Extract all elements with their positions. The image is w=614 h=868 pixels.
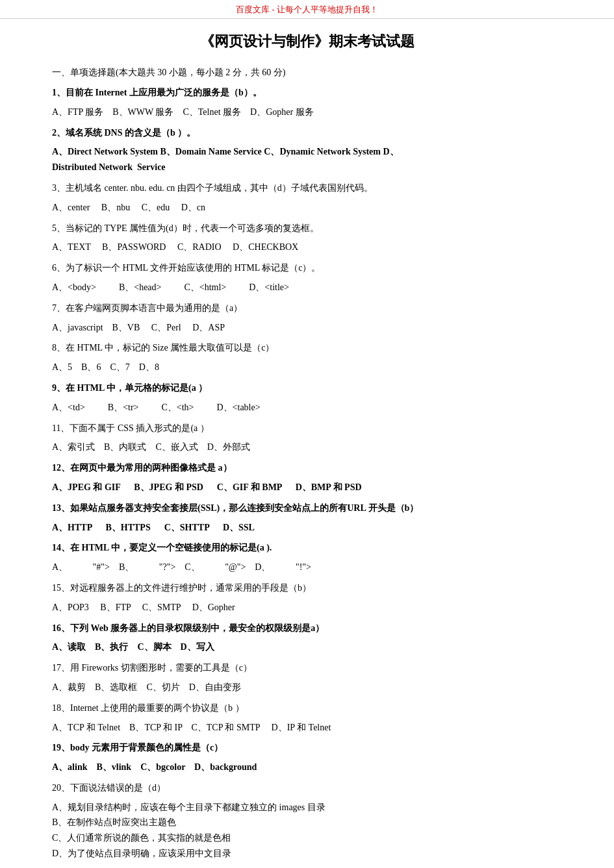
options-1: A、FTP 服务 B、WWW 服务 C、Telnet 服务 D、Gopher 服…	[52, 105, 562, 120]
question-3: 3、主机域名 center. nbu. edu. cn 由四个子域组成，其中（d…	[52, 180, 562, 196]
page-title: 《网页设计与制作》期末考试试题	[52, 32, 562, 51]
options-3: A、center B、nbu C、edu D、cn	[52, 200, 562, 216]
options-18: A、TCP 和 Telnet B、TCP 和 IP C、TCP 和 SMTP D…	[52, 720, 562, 736]
question-18: 18、Internet 上使用的最重要的两个协议是（b ）	[52, 701, 562, 716]
question-6: 6、为了标识一个 HTML 文件开始应该使用的 HTML 标记是（c）。	[52, 260, 562, 276]
options-15: A、POP3 B、FTP C、SMTP D、Gopher	[52, 600, 562, 615]
options-6: A、<body> B、<head> C、<html> D、<title>	[52, 280, 562, 295]
question-7: 7、在客户端网页脚本语言中最为通用的是（a）	[52, 301, 562, 316]
question-12: 12、在网页中最为常用的两种图像格式是 a）	[52, 460, 562, 476]
options-16: A、读取 B、执行 C、脚本 D、写入	[52, 639, 562, 655]
question-2: 2、域名系统 DNS 的含义是（b ）。	[52, 125, 562, 141]
section-header: 一、单项选择题(本大题共 30 小题，每小题 2 分，共 60 分)	[52, 67, 562, 79]
question-19: 19、body 元素用于背景颜色的属性是（c）	[52, 740, 562, 756]
question-8: 8、在 HTML 中，标记的 Size 属性最大取值可以是（c）	[52, 340, 562, 356]
options-5: A、TEXT B、PASSWORD C、RADIO D、CHECKBOX	[52, 240, 562, 255]
options-9: A、<td> B、<tr> C、<th> D、<table>	[52, 400, 562, 415]
options-20: A、规划目录结构时，应该在每个主目录下都建立独立的 images 目录 B、在制…	[52, 800, 562, 862]
options-12: A、JPEG 和 GIF B、JPEG 和 PSD C、GIF 和 BMP D、…	[52, 480, 562, 495]
question-14: 14、在 HTML 中，要定义一个空链接使用的标记是(a ).	[52, 540, 562, 556]
top-banner: 百度文库 - 让每个人平等地提升自我！	[0, 0, 614, 19]
question-5: 5、当标记的 TYPE 属性值为(d）时，代表一个可选多项的复选框。	[52, 221, 562, 236]
options-11: A、索引式 B、内联式 C、嵌入式 D、外部式	[52, 440, 562, 455]
question-15: 15、对远程服务器上的文件进行维护时，通常采用的手段是（b）	[52, 580, 562, 596]
question-11: 11、下面不属于 CSS 插入形式的是(a ）	[52, 421, 562, 436]
question-9: 9、在 HTML 中，单元格的标记是(a ）	[52, 380, 562, 396]
question-20: 20、下面说法错误的是（d）	[52, 780, 562, 796]
options-17: A、裁剪 B、选取框 C、切片 D、自由变形	[52, 680, 562, 695]
question-17: 17、用 Fireworks 切割图形时，需要的工具是（c）	[52, 660, 562, 676]
options-14: A、 "#"> B、 "?"> C、 "@"> D、 "!">	[52, 560, 562, 575]
options-2: A、Direct Network System B、Domain Name Se…	[52, 144, 562, 175]
question-1: 1、目前在 Internet 上应用最为广泛的服务是（b）。	[52, 85, 562, 101]
options-7: A、javascript B、VB C、Perl D、ASP	[52, 320, 562, 336]
options-13: A、HTTP B、HTTPS C、SHTTP D、SSL	[52, 520, 562, 536]
options-19: A、alink B、vlink C、bgcolor D、background	[52, 760, 562, 775]
question-13: 13、如果站点服务器支持安全套接层(SSL)，那么连接到安全站点上的所有URL …	[52, 501, 562, 516]
question-16: 16、下列 Web 服务器上的目录权限级别中，最安全的权限级别是a）	[52, 621, 562, 636]
options-8: A、5 B、6 C、7 D、8	[52, 360, 562, 375]
